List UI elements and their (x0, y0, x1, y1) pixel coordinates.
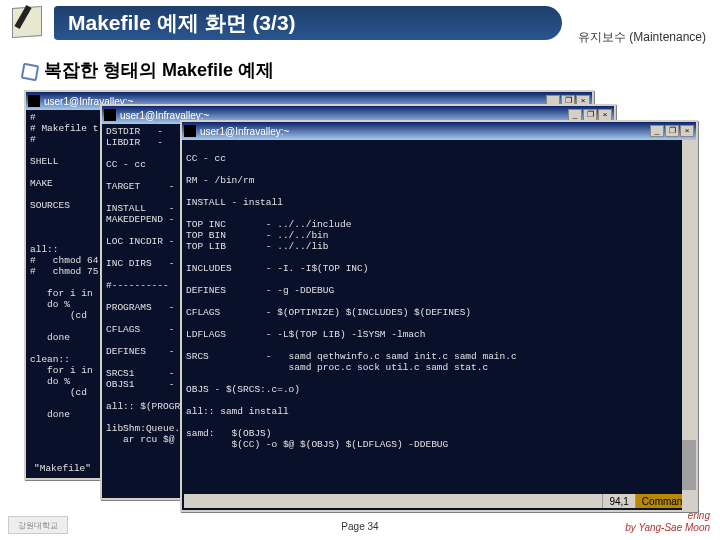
terminal-footer-text: "Makefile" (30, 461, 95, 476)
page-number: Page 34 (0, 521, 720, 532)
minimize-button[interactable]: _ (650, 125, 664, 137)
scrollbar-thumb[interactable] (682, 440, 696, 490)
header-icon (8, 3, 50, 45)
terminal-titlebar[interactable]: user1@Infravalley:~ _ ❐ × (182, 122, 696, 140)
bullet-icon (20, 62, 36, 78)
terminal-titlebar-icon (184, 125, 196, 137)
terminal-titlebar-text: user1@Infravalley:~ (120, 110, 568, 121)
terminal-titlebar-text: user1@Infravalley:~ (200, 126, 650, 137)
terminal-titlebar-icon (28, 95, 40, 107)
header-subtitle: 유지보수 (Maintenance) (578, 29, 706, 46)
terminal-statusbar: 94,1 Command (184, 494, 694, 508)
scrollbar[interactable] (682, 140, 696, 510)
terminal-body[interactable]: CC - cc RM - /bin/rm INSTALL - install T… (182, 140, 696, 452)
footer-credit-line1: ering (625, 510, 710, 522)
status-position: 94,1 (602, 494, 634, 508)
maximize-button[interactable]: ❐ (665, 125, 679, 137)
footer-credit-line2: by Yang-Sae Moon (625, 522, 710, 534)
close-button[interactable]: × (680, 125, 694, 137)
footer-credit: ering by Yang-Sae Moon (625, 510, 710, 534)
terminal-window-3: user1@Infravalley:~ _ ❐ × CC - cc RM - /… (180, 120, 698, 512)
content-title-row: 복잡한 형태의 Makefile 예제 (20, 58, 274, 82)
terminal-titlebar-icon (104, 109, 116, 121)
content-title: 복잡한 형태의 Makefile 예제 (44, 58, 274, 82)
slide-header: Makefile 예제 화면 (3/3) 유지보수 (Maintenance) (0, 3, 720, 45)
header-title-bar: Makefile 예제 화면 (3/3) (54, 6, 562, 40)
header-title: Makefile 예제 화면 (3/3) (68, 9, 296, 37)
